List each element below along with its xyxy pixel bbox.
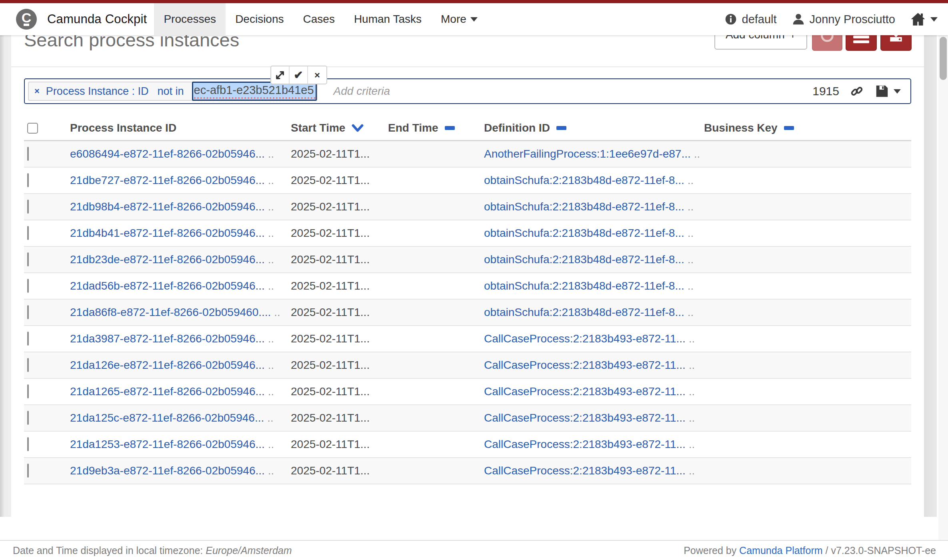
truncated-indicator[interactable]: ‥ — [688, 308, 694, 318]
scrollbar-thumb[interactable] — [940, 37, 947, 80]
truncated-indicator[interactable]: ‥ — [268, 228, 274, 239]
user-menu[interactable]: Jonny Prosciutto — [792, 13, 895, 26]
engine-selector[interactable]: default — [724, 13, 777, 26]
truncated-indicator[interactable]: ‥ — [274, 308, 280, 318]
confirm-button[interactable]: ✔ — [290, 66, 308, 84]
truncated-indicator[interactable]: ‥ — [688, 255, 694, 265]
tab-decisions[interactable]: Decisions — [226, 3, 293, 35]
process-instance-link[interactable]: 21da126e-e872-11ef-8266-02b05946... — [70, 359, 265, 371]
process-instance-link[interactable]: 21db4b41-e872-11ef-8266-02b05946... — [70, 227, 265, 239]
truncated-indicator[interactable]: ‥ — [689, 413, 695, 424]
start-time-cell: 2025-02-11T1... — [291, 280, 388, 292]
filter-field-label[interactable]: Process Instance : ID — [46, 85, 149, 98]
truncated-indicator[interactable]: ‥ — [689, 466, 695, 476]
process-instance-id-cell: 21da125c-e872-11ef-8266-02b05946...‥ — [70, 412, 291, 424]
home-menu[interactable] — [910, 12, 938, 27]
tab-processes[interactable]: Processes — [154, 3, 226, 35]
definition-link[interactable]: CallCaseProcess:2:2183b493-e872-11... — [484, 359, 686, 371]
row-checkbox[interactable] — [27, 437, 29, 451]
row-checkbox[interactable] — [27, 252, 29, 266]
truncated-indicator[interactable]: ‥ — [689, 334, 695, 344]
truncated-indicator[interactable]: ‥ — [688, 228, 694, 239]
row-checkbox[interactable] — [27, 411, 29, 425]
truncated-indicator[interactable]: ‥ — [268, 387, 274, 397]
truncated-indicator[interactable]: ‥ — [689, 387, 695, 397]
filter-value-input[interactable]: ec-afb1-e23b521b41e5 — [192, 82, 317, 101]
definition-id-cell: obtainSchufa:2:2183b48d-e872-11ef-8...‥ — [484, 306, 704, 319]
process-instance-link[interactable]: 21da1265-e872-11ef-8266-02b05946... — [70, 385, 265, 398]
definition-link[interactable]: AnotherFailingProcess:1:1ee6e97d-e87... — [484, 148, 691, 160]
process-instance-link[interactable]: 21d9eb3a-e872-11ef-8266-02b05946... — [70, 464, 265, 477]
sort-neutral-icon[interactable] — [556, 126, 566, 130]
row-checkbox[interactable] — [27, 332, 29, 346]
close-button[interactable]: × — [308, 66, 326, 84]
camunda-platform-link[interactable]: Camunda Platform — [739, 545, 822, 556]
table-row: 21da1265-e872-11ef-8266-02b05946...‥ 202… — [24, 379, 911, 405]
truncated-indicator[interactable]: ‥ — [689, 360, 695, 371]
sort-neutral-icon[interactable] — [445, 126, 455, 130]
truncated-indicator[interactable]: ‥ — [268, 149, 274, 160]
truncated-indicator[interactable]: ‥ — [267, 413, 274, 424]
truncated-indicator[interactable]: ‥ — [268, 334, 274, 344]
truncated-indicator[interactable]: ‥ — [268, 255, 274, 265]
process-instance-link[interactable]: 21da3987-e872-11ef-8266-02b05946... — [70, 332, 265, 345]
row-checkbox[interactable] — [27, 279, 29, 293]
process-instance-link[interactable]: 21da86f8-e872-11ef-8266-02b059460.... — [70, 306, 271, 318]
truncated-indicator[interactable]: ‥ — [268, 360, 274, 371]
truncated-indicator[interactable]: ‥ — [689, 440, 695, 450]
row-checkbox[interactable] — [27, 147, 29, 161]
sort-neutral-icon[interactable] — [784, 126, 794, 130]
tab-cases[interactable]: Cases — [294, 3, 344, 35]
definition-link[interactable]: CallCaseProcess:2:2183b493-e872-11... — [484, 438, 686, 450]
definition-link[interactable]: CallCaseProcess:2:2183b493-e872-11... — [484, 412, 686, 424]
definition-link[interactable]: obtainSchufa:2:2183b48d-e872-11ef-8... — [484, 200, 684, 213]
process-instance-link[interactable]: 21dad56b-e872-11ef-8266-02b05946... — [70, 280, 265, 292]
truncated-indicator[interactable]: ‥ — [688, 176, 694, 186]
table-row: 21da125c-e872-11ef-8266-02b05946...‥ 202… — [24, 405, 911, 432]
truncated-indicator[interactable]: ‥ — [268, 440, 274, 450]
brand[interactable]: C Camunda Cockpit — [0, 3, 147, 35]
row-checkbox[interactable] — [27, 226, 29, 240]
tab-human-tasks[interactable]: Human Tasks — [344, 3, 431, 35]
sort-desc-icon[interactable] — [352, 123, 364, 133]
add-criteria-placeholder[interactable]: Add criteria — [334, 85, 390, 98]
row-checkbox[interactable] — [27, 358, 29, 372]
truncated-indicator[interactable]: ‥ — [268, 281, 274, 292]
definition-link[interactable]: CallCaseProcess:2:2183b493-e872-11... — [484, 385, 686, 398]
info-icon — [724, 13, 737, 26]
copy-link-button[interactable] — [850, 84, 864, 98]
process-instance-link[interactable]: 21db23de-e872-11ef-8266-02b05946... — [70, 253, 265, 266]
filter-operator[interactable]: not in — [157, 85, 184, 98]
row-checkbox[interactable] — [27, 464, 29, 478]
truncated-indicator[interactable]: ‥ — [268, 202, 274, 212]
row-checkbox[interactable] — [27, 173, 29, 187]
process-instance-link[interactable]: 21dbe727-e872-11ef-8266-02b05946... — [70, 174, 265, 186]
tab-more[interactable]: More — [431, 3, 487, 35]
definition-link[interactable]: obtainSchufa:2:2183b48d-e872-11ef-8... — [484, 306, 684, 318]
truncated-indicator[interactable]: ‥ — [268, 176, 274, 186]
row-checkbox[interactable] — [27, 384, 29, 398]
process-instance-link[interactable]: 21db98b4-e872-11ef-8266-02b05946... — [70, 200, 265, 213]
row-checkbox[interactable] — [27, 305, 29, 319]
definition-link[interactable]: obtainSchufa:2:2183b48d-e872-11ef-8... — [484, 174, 684, 186]
definition-link[interactable]: obtainSchufa:2:2183b48d-e872-11ef-8... — [484, 227, 684, 239]
definition-link[interactable]: obtainSchufa:2:2183b48d-e872-11ef-8... — [484, 253, 684, 266]
definition-link[interactable]: CallCaseProcess:2:2183b493-e872-11... — [484, 332, 686, 345]
row-checkbox[interactable] — [27, 200, 29, 214]
page-scrollbar[interactable] — [938, 35, 948, 560]
save-filter-button[interactable] — [874, 84, 901, 99]
definition-id-cell: CallCaseProcess:2:2183b493-e872-11...‥ — [484, 385, 704, 398]
truncated-indicator[interactable]: ‥ — [694, 149, 700, 160]
truncated-indicator[interactable]: ‥ — [688, 202, 694, 212]
process-instance-link[interactable]: 21da125c-e872-11ef-8266-02b05946... — [70, 412, 264, 424]
definition-link[interactable]: CallCaseProcess:2:2183b493-e872-11... — [484, 464, 686, 477]
truncated-indicator[interactable]: ‥ — [268, 466, 274, 476]
select-all-checkbox[interactable] — [27, 123, 38, 134]
table-row: 21dad56b-e872-11ef-8266-02b05946...‥ 202… — [24, 273, 911, 300]
process-instance-link[interactable]: 21da1253-e872-11ef-8266-02b05946... — [70, 438, 265, 450]
expand-button[interactable] — [271, 66, 290, 84]
process-instance-link[interactable]: e6086494-e872-11ef-8266-02b05946... — [70, 148, 265, 160]
truncated-indicator[interactable]: ‥ — [688, 281, 694, 292]
definition-link[interactable]: obtainSchufa:2:2183b48d-e872-11ef-8... — [484, 280, 684, 292]
remove-filter-icon[interactable]: × — [34, 86, 40, 96]
